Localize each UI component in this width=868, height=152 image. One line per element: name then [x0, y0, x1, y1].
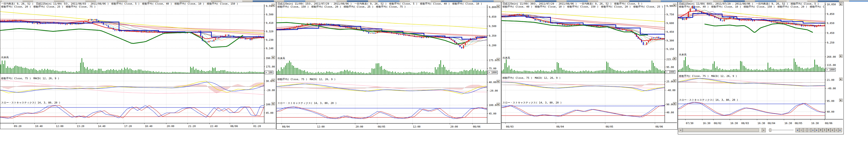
trading-app-workspace: 9,5909,5009,4109,3209,2309,140390.00175.… — [0, 0, 868, 152]
svg-text:75.00: 75.00 — [489, 67, 496, 70]
pane-collapse-button-volume[interactable]: ◣ — [673, 57, 676, 60]
svg-text:-49.00: -49.00 — [827, 87, 836, 90]
pane-collapse-button-price[interactable]: ◣ — [673, 4, 676, 7]
top-strip-cell — [535, 0, 557, 2]
svg-text:95.00: 95.00 — [666, 66, 674, 69]
chart-header-line2: 移動平均( Close, 40 ) 移動平均( Close, 10 ) 移動平均… — [502, 5, 664, 8]
top-strip-cell — [409, 0, 431, 2]
pane-collapse-button-macd[interactable]: ◣ — [673, 79, 676, 82]
toolbar-button-6[interactable]: D — [819, 128, 823, 132]
svg-text:175.00: 175.00 — [266, 65, 275, 68]
pane-collapse-button-price[interactable]: ◣ — [497, 5, 500, 8]
svg-text:01:20: 01:20 — [253, 125, 261, 128]
svg-text:09:20: 09:20 — [14, 125, 22, 128]
svg-text:9,250: 9,250 — [827, 41, 834, 44]
toolbar-button-1[interactable]: ＋ — [799, 128, 803, 132]
svg-text:9,500: 9,500 — [266, 13, 273, 16]
zoom-slider-thumb[interactable] — [769, 128, 771, 132]
macd-pane-title: 移動平均( Close, 75 ) MACD( 12, 26, 9 ) — [278, 78, 336, 81]
toolbar-button-4[interactable]: ▪ — [811, 128, 815, 132]
svg-text:-20.00: -20.00 — [266, 89, 275, 92]
svg-text:45.00: 45.00 — [266, 112, 273, 114]
pane-collapse-button-stoch[interactable]: ◣ — [673, 102, 676, 105]
pane-collapse-button-volume[interactable]: ◣ — [497, 58, 500, 61]
svg-text:9,600: 9,600 — [666, 22, 674, 25]
pane-collapse-button-macd[interactable]: ◣ — [272, 79, 275, 82]
pane-collapse-button-volume[interactable]: ◣ — [839, 54, 843, 58]
pane-collapse-button-volume[interactable]: ◣ — [272, 56, 275, 59]
pane-collapse-button-macd[interactable]: ◣ — [839, 78, 843, 81]
svg-text:16:30: 16:30 — [811, 122, 819, 125]
svg-text:08/03: 08/03 — [741, 122, 749, 125]
macd-pane-title: 移動平均( Close, 75 ) MACD( 12, 26, 9 ) — [679, 74, 737, 78]
top-strip-cell — [284, 0, 305, 2]
toolbar-button-5[interactable]: ▶ — [815, 128, 819, 132]
pane-collapse-button-macd[interactable]: ◣ — [497, 80, 500, 83]
toolbar-button-11[interactable]: ▶ — [838, 128, 842, 132]
toolbar-button-8[interactable]: B — [827, 128, 830, 132]
chart-header-line1: 日経225mini 11/09( 15分, 2011/07/29 - 2011/… — [278, 2, 487, 5]
top-strip-cell — [566, 0, 588, 2]
top-strip-cell — [96, 0, 117, 2]
svg-text:08/06: 08/06 — [655, 125, 663, 128]
svg-text:115.00: 115.00 — [827, 64, 836, 67]
pane-collapse-button-stoch[interactable]: ◣ — [272, 102, 275, 105]
svg-text:16:30: 16:30 — [703, 122, 710, 125]
volume-multiplier-badge: × 1000 — [488, 71, 498, 74]
pane-collapse-button-price[interactable]: ◣ — [839, 2, 843, 6]
top-strip-cell — [252, 0, 274, 2]
svg-text:21:20: 21:20 — [188, 125, 196, 128]
toolbar-button-2[interactable]: － — [803, 128, 807, 132]
macd-pane-title: 移動平均( Close, 75 ) MACD( 12, 26, 9 ) — [1, 77, 59, 80]
svg-text:260.00: 260.00 — [827, 55, 836, 59]
svg-text:9,450: 9,450 — [666, 31, 674, 33]
chart-canvas-3: 9,9009,7509,6009,4509,3009,150215.0095.0… — [502, 2, 677, 129]
top-strip-cell — [158, 0, 180, 2]
chart-header-line2: 移動平均( Close, 40 ) 移動平均( Close, 10 ) 移動平均… — [679, 5, 825, 8]
toolbar-button-0[interactable]: ◀ — [795, 128, 799, 132]
stoch-pane-title: スロー・ストキャスティクス( 14, 3, 80, 20 ) — [1, 101, 60, 104]
scroll-right-button[interactable]: ► — [762, 128, 766, 132]
chart-header-line1: 日経225mini 11/09( 30分, 2011/07/29 - 2011/… — [502, 2, 664, 5]
zoom-slider-track[interactable] — [768, 130, 794, 130]
volume-pane-title: 出来高 — [502, 56, 510, 60]
top-strip-cell — [472, 0, 494, 2]
svg-text:17:20: 17:20 — [124, 125, 132, 128]
volume-multiplier-badge: × 100 — [265, 71, 273, 74]
chart-window-4: 10,0509,8509,6509,4509,250260.00115.0021… — [678, 2, 844, 135]
top-strip-cell — [347, 0, 368, 2]
toolbar-button-9[interactable]: ⊕ — [830, 128, 834, 132]
toolbar-button-3[interactable]: ♯ — [807, 128, 811, 132]
scrollbar-thumb[interactable] — [683, 128, 759, 132]
top-strip-cell — [661, 0, 682, 2]
top-strip-cell — [441, 0, 462, 2]
svg-text:9,230: 9,230 — [266, 38, 273, 41]
svg-text:95.00: 95.00 — [827, 100, 834, 103]
pane-collapse-button-stoch[interactable]: ◣ — [839, 99, 843, 102]
top-strip — [0, 0, 868, 2]
chart-header-line2: 移動平均( Close, 20 ) 移動平均( Close, 25 ) 移動平均… — [1, 5, 264, 8]
pane-collapse-button-price[interactable]: ◣ — [272, 4, 275, 7]
svg-text:9,800: 9,800 — [489, 6, 496, 9]
svg-text:9,140: 9,140 — [266, 47, 273, 50]
svg-text:08/05: 08/05 — [795, 122, 802, 125]
svg-text:9,650: 9,650 — [827, 22, 834, 25]
svg-text:20:00: 20:00 — [167, 125, 175, 128]
svg-text:40.00: 40.00 — [827, 110, 834, 113]
top-strip-cell — [849, 0, 868, 2]
svg-text:21.00: 21.00 — [827, 78, 834, 81]
svg-text:10,050: 10,050 — [827, 3, 836, 6]
toolbar-button-10[interactable]: ✕ — [834, 128, 838, 132]
svg-text:9,150: 9,150 — [666, 48, 674, 50]
top-strip-cell — [378, 0, 400, 2]
svg-text:9,300: 9,300 — [666, 39, 674, 42]
volume-pane-title: 出来高 — [679, 53, 686, 56]
pane-collapse-button-stoch[interactable]: ◣ — [497, 103, 500, 106]
stoch-pane-title: スロー・ストキャスティクス( 14, 3, 80, 20 ) — [278, 102, 337, 105]
toolbar-button-7[interactable]: I — [823, 128, 827, 132]
svg-text:-40.00: -40.00 — [666, 89, 676, 92]
svg-text:18:40: 18:40 — [145, 125, 152, 128]
svg-text:20:00: 20:00 — [355, 125, 363, 128]
scroll-left-button[interactable]: ◄ — [679, 128, 682, 132]
svg-text:10:40: 10:40 — [35, 125, 42, 128]
